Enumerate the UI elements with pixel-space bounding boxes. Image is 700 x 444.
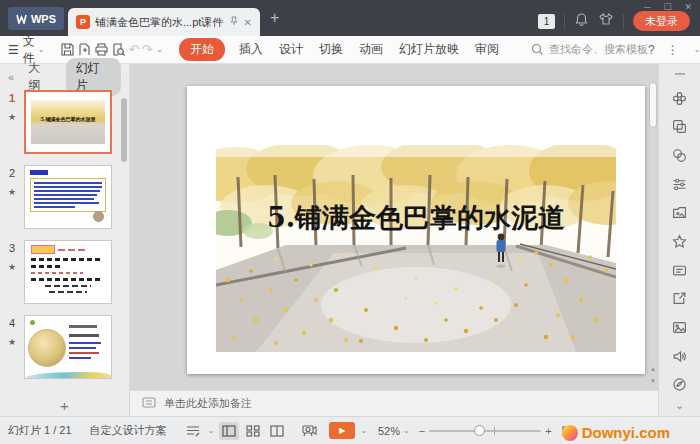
merge-shapes-icon[interactable]: [659, 141, 700, 170]
transition-star-icon: ★: [8, 262, 16, 272]
tab-animation[interactable]: 动画: [359, 41, 383, 58]
watermark-text: Downyi.com: [582, 424, 670, 441]
shape-library-icon[interactable]: [659, 112, 700, 141]
print-icon[interactable]: [94, 41, 109, 59]
notes-placeholder: 单击此处添加备注: [164, 396, 252, 411]
adjust-settings-icon[interactable]: [659, 170, 700, 199]
transition-star-icon: ★: [8, 187, 16, 197]
sidebar-scrollbar[interactable]: [121, 98, 127, 162]
collapse-panel-chevron-icon[interactable]: ⌄: [675, 399, 684, 412]
scroll-down-icon[interactable]: ▼: [649, 378, 657, 384]
text-box-icon[interactable]: [659, 256, 700, 285]
undo-icon[interactable]: ↶: [128, 41, 139, 59]
wps-logo-label: WPS: [31, 13, 56, 25]
favorites-star-icon[interactable]: [659, 227, 700, 256]
slide-number: 4: [9, 317, 15, 329]
command-search[interactable]: 查找命令、搜索模板: [531, 42, 648, 57]
slideshow-play-button[interactable]: ▶: [329, 422, 355, 439]
tab-design[interactable]: 设计: [279, 41, 303, 58]
tab-slideshow[interactable]: 幻灯片放映: [399, 41, 459, 58]
wps-w-icon: [16, 14, 27, 24]
redo-icon[interactable]: ↷: [141, 41, 152, 59]
notes-toggle-icon[interactable]: [183, 422, 203, 440]
document-tab[interactable]: P 铺满金色巴掌的水...pt课件 (2) ✕: [68, 8, 260, 36]
slide-thumbnail-4[interactable]: 4 ★: [0, 315, 129, 379]
menu-hamburger-icon[interactable]: ☰: [8, 43, 19, 57]
zoom-out-button[interactable]: −: [419, 425, 425, 437]
play-options-caret-icon[interactable]: ⌄: [360, 426, 367, 435]
slide-number: 1: [9, 92, 15, 104]
new-tab-button[interactable]: +: [270, 10, 279, 26]
media-library-icon[interactable]: [659, 198, 700, 227]
quick-access-caret-icon[interactable]: ⌄: [156, 45, 163, 54]
slide-thumbnail-1[interactable]: 1 ★ 5.铺满金色巴掌的水泥道: [0, 90, 129, 154]
notes-toggle-caret-icon[interactable]: ⌄: [208, 426, 215, 435]
titlebar: WPS P 铺满金色巴掌的水...pt课件 (2) ✕ + ─ ☐ ✕ 1: [0, 0, 700, 36]
seal-icon[interactable]: [659, 370, 700, 399]
file-menu-caret-icon[interactable]: ⌄: [38, 45, 45, 54]
thumb-art: [25, 166, 111, 228]
tab-insert[interactable]: 插入: [239, 41, 263, 58]
tab-outline[interactable]: 大纲: [28, 60, 52, 94]
current-slide[interactable]: 5.铺满金色巴掌的水泥道: [187, 86, 645, 374]
theme-skin-icon[interactable]: [598, 12, 614, 31]
audio-speaker-icon[interactable]: [659, 342, 700, 371]
collapse-ribbon-icon[interactable]: ⌄: [694, 45, 700, 54]
image-icon[interactable]: [659, 313, 700, 342]
slide-illustration: 5.铺满金色巴掌的水泥道: [216, 145, 616, 352]
transition-star-icon: ★: [8, 337, 16, 347]
search-icon: [531, 43, 544, 56]
thumb-art: [25, 316, 111, 378]
wps-logo[interactable]: WPS: [8, 7, 64, 30]
collapse-panel-icon[interactable]: «: [8, 71, 14, 83]
zoom-level[interactable]: 52%: [378, 425, 400, 437]
smart-beautify-icon[interactable]: [659, 84, 700, 113]
login-button[interactable]: 未登录: [633, 11, 690, 31]
zoom-slider-handle[interactable]: [474, 425, 485, 436]
slide-sorter-view-icon[interactable]: [243, 422, 263, 440]
reading-view-icon[interactable]: [267, 422, 287, 440]
editing-canvas: 5.铺满金色巴掌的水泥道 ▲ ▼ 单击此处添加备注: [130, 64, 658, 416]
normal-view-icon[interactable]: [219, 422, 239, 440]
tab-review[interactable]: 审阅: [475, 41, 499, 58]
right-toolbar: ⌄: [658, 64, 700, 416]
add-slide-button[interactable]: +: [0, 397, 129, 414]
more-options-icon[interactable]: ⋮: [667, 43, 679, 57]
zoom-slider[interactable]: [429, 424, 541, 438]
status-bar: 幻灯片 1 / 21 自定义设计方案 ⌄ ▶ ⌄ 52% ⌄ − +: [0, 416, 700, 444]
scroll-up-icon[interactable]: ▲: [649, 366, 657, 372]
slide-title: 5.铺满金色巴掌的水泥道: [267, 202, 565, 233]
play-from-current-icon[interactable]: [299, 422, 319, 440]
pin-tab-icon[interactable]: [229, 16, 239, 28]
output-pdf-icon[interactable]: [77, 41, 92, 59]
document-tab-title: 铺满金色巴掌的水...pt课件 (2): [95, 15, 224, 30]
collapse-strip-icon[interactable]: [659, 64, 700, 84]
save-icon[interactable]: [60, 41, 75, 59]
slide-panel: « 大纲 幻灯片 1 ★ 5.铺满金色巴掌的水泥道 2 ★: [0, 64, 130, 416]
thumb-art: [25, 241, 111, 303]
close-tab-icon[interactable]: ✕: [244, 17, 252, 28]
slide-thumbnail-3[interactable]: 3 ★: [0, 240, 129, 304]
transition-star-icon: ★: [8, 112, 16, 122]
notes-bar[interactable]: 单击此处添加备注: [130, 390, 658, 416]
presentation-doc-icon: P: [76, 15, 90, 29]
canvas-scrollbar[interactable]: ▲ ▼: [649, 68, 657, 386]
tab-home[interactable]: 开始: [179, 38, 225, 61]
tab-transitions[interactable]: 切换: [319, 41, 343, 58]
notification-bell-icon[interactable]: [574, 12, 589, 31]
slide-thumbnail-2[interactable]: 2 ★: [0, 165, 129, 229]
slide-counter: 幻灯片 1 / 21: [8, 423, 72, 438]
watermark-logo-icon: [562, 425, 578, 441]
print-preview-icon[interactable]: [111, 41, 126, 59]
wps-presentation-window: WPS P 铺满金色巴掌的水...pt课件 (2) ✕ + ─ ☐ ✕ 1: [0, 0, 700, 444]
message-count-badge[interactable]: 1: [538, 14, 555, 29]
zoom-caret-icon[interactable]: ⌄: [403, 426, 410, 435]
search-placeholder: 查找命令、搜索模板: [549, 42, 648, 57]
notes-comment-icon: [142, 397, 156, 410]
share-icon[interactable]: [659, 284, 700, 313]
design-scheme-link[interactable]: 自定义设计方案: [90, 423, 167, 438]
zoom-in-button[interactable]: +: [545, 425, 551, 437]
canvas-scrollbar-thumb[interactable]: [649, 82, 657, 128]
titlebar-divider: [623, 14, 624, 28]
help-icon[interactable]: ?: [648, 43, 655, 57]
